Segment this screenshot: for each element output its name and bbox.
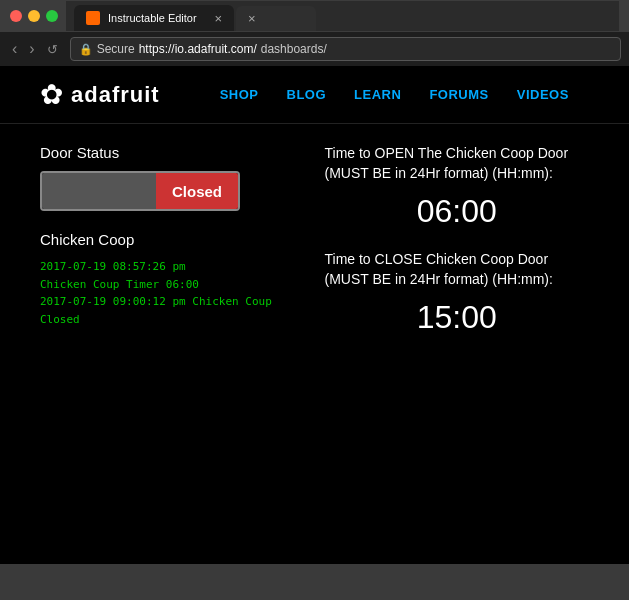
nav-blog[interactable]: BLOG xyxy=(287,87,327,102)
open-time-label: Time to OPEN The Chicken Coop Door (MUST… xyxy=(325,144,590,183)
traffic-lights xyxy=(10,10,58,22)
forward-button[interactable]: › xyxy=(25,38,38,60)
log-entry-3: 2017-07-19 09:00:12 pm Chicken Coup xyxy=(40,293,305,311)
maximize-window-button[interactable] xyxy=(46,10,58,22)
browser-titlebar: Instructable Editor × × xyxy=(0,0,629,32)
browser-chrome: Instructable Editor × × ‹ › ↺ 🔒 Secure h… xyxy=(0,0,629,66)
adafruit-logo-flower: ✿ xyxy=(40,78,63,111)
back-button[interactable]: ‹ xyxy=(8,38,21,60)
main-content: Door Status Closed Chicken Coop 2017-07-… xyxy=(0,124,629,356)
tab-favicon xyxy=(86,11,100,25)
tab-close-button[interactable]: × xyxy=(214,12,222,25)
site-header: ✿ adafruit SHOP BLOG LEARN FORUMS VIDEOS xyxy=(0,66,629,124)
website-content: ✿ adafruit SHOP BLOG LEARN FORUMS VIDEOS… xyxy=(0,66,629,564)
nav-videos[interactable]: VIDEOS xyxy=(517,87,569,102)
door-status-section: Door Status Closed xyxy=(40,144,305,211)
open-time-value: 06:00 xyxy=(325,193,590,230)
open-time-section: Time to OPEN The Chicken Coop Door (MUST… xyxy=(325,144,590,230)
close-window-button[interactable] xyxy=(10,10,22,22)
url-text: https://io.adafruit.com/ xyxy=(139,42,257,56)
site-navigation: SHOP BLOG LEARN FORUMS VIDEOS xyxy=(220,87,569,102)
log-entry-1: 2017-07-19 08:57:26 pm xyxy=(40,258,305,276)
inactive-tab-close-button[interactable]: × xyxy=(248,12,256,25)
door-closed-button[interactable]: Closed xyxy=(156,173,238,209)
inactive-tab[interactable]: × xyxy=(236,6,316,31)
minimize-window-button[interactable] xyxy=(28,10,40,22)
left-panel: Door Status Closed Chicken Coop 2017-07-… xyxy=(40,144,305,336)
door-status-title: Door Status xyxy=(40,144,305,161)
adafruit-logo-text: adafruit xyxy=(71,82,160,108)
log-entries: 2017-07-19 08:57:26 pm Chicken Coup Time… xyxy=(40,258,305,328)
security-lock-icon: 🔒 xyxy=(79,43,93,56)
door-toggle-open-area xyxy=(42,173,156,209)
nav-learn[interactable]: LEARN xyxy=(354,87,401,102)
address-bar: ‹ › ↺ 🔒 Secure https://io.adafruit.com/ … xyxy=(0,32,629,66)
close-time-label: Time to CLOSE Chicken Coop Door (MUST BE… xyxy=(325,250,590,289)
right-panel: Time to OPEN The Chicken Coop Door (MUST… xyxy=(325,144,590,336)
reload-button[interactable]: ↺ xyxy=(43,40,62,59)
url-bar[interactable]: 🔒 Secure https://io.adafruit.com/ dashbo… xyxy=(70,37,621,61)
active-tab[interactable]: Instructable Editor × xyxy=(74,5,234,31)
chicken-coop-title: Chicken Coop xyxy=(40,231,305,248)
close-time-value: 15:00 xyxy=(325,299,590,336)
nav-shop[interactable]: SHOP xyxy=(220,87,259,102)
nav-forums[interactable]: FORUMS xyxy=(429,87,488,102)
tab-title: Instructable Editor xyxy=(108,12,206,24)
url-path: dashboards/ xyxy=(261,42,327,56)
logo-area: ✿ adafruit xyxy=(40,78,160,111)
tab-bar: Instructable Editor × × xyxy=(66,1,619,31)
log-entry-4: Closed xyxy=(40,311,305,329)
nav-buttons: ‹ › ↺ xyxy=(8,38,62,60)
chicken-coop-section: Chicken Coop 2017-07-19 08:57:26 pm Chic… xyxy=(40,231,305,328)
door-toggle-control[interactable]: Closed xyxy=(40,171,240,211)
close-time-section: Time to CLOSE Chicken Coop Door (MUST BE… xyxy=(325,250,590,336)
secure-label: Secure xyxy=(97,42,135,56)
log-entry-2: Chicken Coup Timer 06:00 xyxy=(40,276,305,294)
